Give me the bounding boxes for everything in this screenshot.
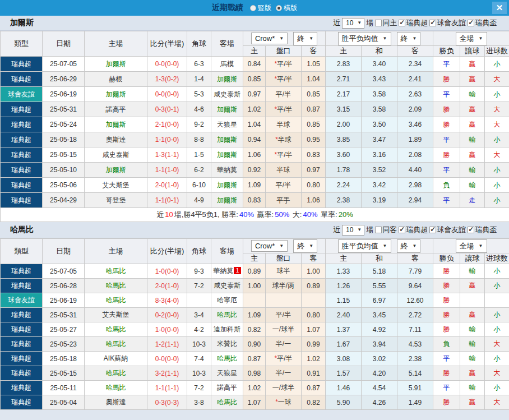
cell-odds-away: 1.06 (302, 193, 326, 208)
cell-corners: 9-3 (187, 264, 211, 279)
final-avg-select[interactable]: 終▼ (397, 239, 421, 253)
final-odds-select[interactable]: 終▼ (293, 32, 317, 45)
cell-odds-line: *一球 (266, 395, 302, 410)
cell-away-team: 加爾斯 (211, 147, 243, 163)
cell-avg-draw: 3.16 (362, 147, 397, 163)
cell-avg-draw: 3.02 (362, 352, 397, 366)
match-row: 瑞典超25-05-15哈馬比3-2(1-1)10-3天狼星0.98半/一0.91… (1, 366, 509, 381)
cell-home-team: 奧斯達 (85, 132, 147, 147)
cell-result-goals: 小 (485, 308, 509, 322)
cell-avg-draw: 3.42 (362, 178, 397, 193)
cell-corners: 1-5 (187, 147, 211, 163)
odds-source-select[interactable]: Crow*▼ (251, 240, 288, 252)
league-checkbox-friendly[interactable]: 球會友誼 (429, 225, 466, 235)
match-row: 瑞典超25-05-10加爾斯1-1(1-0)6-2華納莫0.92半球0.971.… (1, 163, 509, 178)
odds-source-select[interactable]: Crow*▼ (251, 33, 288, 44)
cell-avg-draw: 3.50 (362, 117, 397, 132)
league-checkbox-friendly[interactable]: 球會友誼 (429, 18, 466, 28)
cell-odds-line: 球半 (266, 264, 302, 279)
cell-odds-away: 0.97 (302, 163, 326, 178)
cell-score: 1-1(0-0) (147, 132, 187, 147)
final-odds-value: 終 (297, 241, 304, 251)
cell-league: 瑞典超 (1, 102, 43, 117)
chevron-down-icon: ▼ (413, 36, 417, 41)
cell-odds-line: *平/半 (266, 72, 302, 87)
cell-league: 瑞典超 (1, 395, 43, 410)
scope-group-header: 全場▼ (433, 31, 509, 46)
league-checkbox-cup[interactable]: 瑞典盃 (468, 225, 497, 235)
matches-table: 類型 日期 主場 比分(半場) 角球 客場 Crow*▼終▼ 胜平负均值▼終▼ … (0, 238, 509, 410)
col-avg-away: 客 (397, 253, 433, 264)
section-header: 哈馬比 近 10▼ 場 同客 瑞典超 球會友誼 瑞典盃 (0, 222, 509, 238)
checkbox-icon (399, 227, 405, 233)
cell-away-team: 哈寧厄 (211, 293, 243, 308)
cell-home-team: 哈馬比 (85, 279, 147, 293)
match-count-select[interactable]: 10▼ (342, 225, 364, 236)
cell-avg-home: 1.15 (326, 293, 362, 308)
cell-date: 25-06-19 (43, 87, 85, 102)
cell-away-team: 迪加科斯 (211, 322, 243, 337)
odds-source-value: Crow* (255, 34, 275, 43)
chevron-down-icon: ▼ (357, 227, 362, 232)
cell-date: 25-05-18 (43, 352, 85, 366)
cell-away-team: 咸史泰斯 (211, 279, 243, 293)
summary-segment: 贏率: (255, 210, 274, 219)
cell-score: 8-3(4-0) (147, 293, 187, 308)
cell-score: 0-0(0-0) (147, 57, 187, 72)
col-away: 客場 (211, 239, 243, 264)
match-row: 球會友誼25-06-19加爾斯0-0(0-0)5-3咸史泰斯0.97平/半0.8… (1, 87, 509, 102)
cell-corners: 4-9 (187, 193, 211, 208)
scope-group-header: 全場▼ (433, 239, 509, 253)
final-avg-select[interactable]: 終▼ (397, 32, 421, 45)
cell-odds-home: 0.83 (243, 193, 266, 208)
match-row: 瑞典超25-06-29赫根1-3(0-2)1-4加爾斯0.85*平/半1.042… (1, 72, 509, 87)
avg-select[interactable]: 胜平负均值▼ (338, 239, 391, 253)
cell-odds-line: 半球 (266, 117, 302, 132)
radio-icon (250, 5, 256, 11)
match-row: 瑞典超25-05-18AIK蘇納0-0(0-0)7-4哈馬比0.87*平/半1.… (1, 352, 509, 366)
cell-odds-line: 一/球半 (266, 381, 302, 395)
cell-date: 25-05-23 (43, 337, 85, 352)
col-date: 日期 (43, 239, 85, 264)
cell-odds-home: 0.89 (243, 264, 266, 279)
scope-select[interactable]: 全場▼ (456, 32, 487, 45)
odds-source-value: Crow* (255, 242, 275, 250)
cell-league: 瑞典超 (1, 57, 43, 72)
cell-result-handicap (460, 293, 485, 308)
col-score: 比分(半場) (147, 31, 187, 57)
same-away-checkbox[interactable]: 同客 (375, 225, 397, 235)
final-avg-value: 終 (401, 34, 408, 44)
match-count-select[interactable]: 10▼ (342, 18, 364, 29)
league-checkbox-super[interactable]: 瑞典超 (399, 18, 428, 28)
cell-league: 瑞典超 (1, 352, 43, 366)
league-checkbox-super[interactable]: 瑞典超 (399, 225, 428, 235)
chevron-down-icon: ▼ (357, 20, 362, 25)
final-odds-select[interactable]: 終▼ (293, 239, 317, 253)
col-away: 客場 (211, 31, 243, 57)
cell-result-goals: 大 (485, 147, 509, 163)
cell-avg-home: 3.08 (326, 352, 362, 366)
cell-result-wdl: 平 (433, 352, 460, 366)
league-label: 瑞典超 (406, 225, 428, 235)
league-label: 球會友誼 (437, 225, 466, 235)
match-count-value: 10 (346, 19, 353, 27)
league-checkbox-cup[interactable]: 瑞典盃 (468, 18, 497, 28)
close-icon[interactable]: ✕ (492, 2, 507, 14)
cell-home-team: 哈馬比 (85, 337, 147, 352)
col-league: 類型 (1, 31, 43, 57)
radio-horizontal-layout[interactable]: 橫版 (276, 3, 297, 13)
cell-score: 1-0(0-0) (147, 322, 187, 337)
radio-vertical-layout[interactable]: 豎版 (250, 3, 271, 13)
summary-segment: 40% (303, 210, 317, 219)
avg-select[interactable]: 胜平负均值▼ (338, 32, 391, 45)
chevron-down-icon: ▼ (479, 243, 483, 248)
cell-odds-line: *平/半 (266, 147, 302, 163)
cell-date: 25-04-29 (43, 193, 85, 208)
cell-avg-away: 4.40 (397, 163, 433, 178)
summary-segment: 20% (339, 210, 353, 219)
cell-league: 瑞典超 (1, 72, 43, 87)
same-home-checkbox[interactable]: 同主 (375, 18, 397, 28)
scope-select[interactable]: 全場▼ (456, 239, 487, 253)
cell-date: 25-05-15 (43, 147, 85, 163)
col-date: 日期 (43, 31, 85, 57)
